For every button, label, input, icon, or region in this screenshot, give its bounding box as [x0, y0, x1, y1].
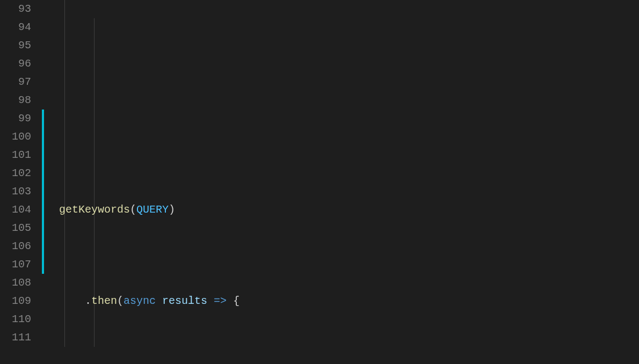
line-number: 93 — [0, 0, 31, 18]
line-number: 97 — [0, 73, 31, 91]
code-line[interactable]: getKeywords(QUERY) — [42, 201, 639, 219]
line-number: 95 — [0, 37, 31, 55]
line-number: 106 — [0, 237, 31, 256]
modified-lines-indicator — [42, 110, 44, 274]
function-call: getKeywords — [59, 203, 130, 216]
code-editor[interactable]: 93 94 95 96 97 98 99 100 101 102 103 104… — [0, 0, 639, 364]
line-number: 103 — [0, 183, 31, 201]
line-number: 110 — [0, 310, 31, 329]
line-number-gutter: 93 94 95 96 97 98 99 100 101 102 103 104… — [0, 0, 42, 364]
code-line[interactable]: .then(async results => { — [42, 292, 639, 310]
constant: QUERY — [136, 203, 169, 216]
code-line[interactable] — [42, 110, 639, 128]
line-number: 96 — [0, 55, 31, 73]
code-area[interactable]: getKeywords(QUERY) .then(async results =… — [42, 0, 639, 364]
line-number: 111 — [0, 329, 31, 347]
line-number: 108 — [0, 274, 31, 292]
line-number: 98 — [0, 91, 31, 110]
line-number: 107 — [0, 256, 31, 274]
line-number: 109 — [0, 292, 31, 310]
line-number: 99 — [0, 110, 31, 128]
line-number: 105 — [0, 219, 31, 237]
line-number: 100 — [0, 128, 31, 146]
line-number: 94 — [0, 18, 31, 37]
line-number: 101 — [0, 146, 31, 164]
line-number: 102 — [0, 164, 31, 183]
line-number: 104 — [0, 201, 31, 219]
